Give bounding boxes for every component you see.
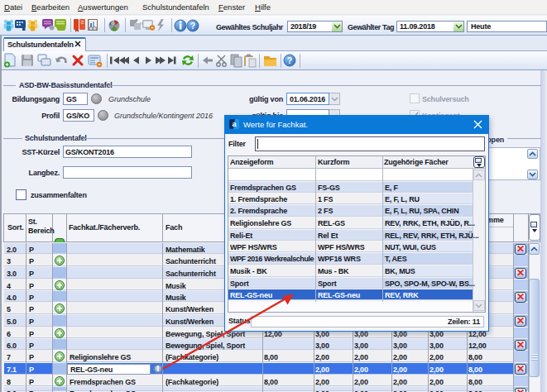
svg-text:?: ? — [190, 22, 195, 31]
svg-text:?: ? — [287, 56, 292, 65]
